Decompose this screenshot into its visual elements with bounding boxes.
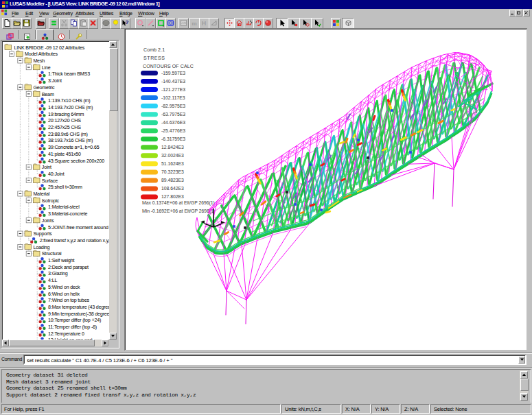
svg-text:108.642E3: 108.642E3 bbox=[161, 186, 184, 191]
svg-text:Model Attributes: Model Attributes bbox=[25, 51, 58, 57]
svg-text:1:139.7x10 CHS (m): 1:139.7x10 CHS (m) bbox=[48, 98, 90, 104]
svg-text:14:193.7x20 CHS (m): 14:193.7x20 CHS (m) bbox=[48, 105, 93, 110]
svg-text:-121.277E3: -121.277E3 bbox=[161, 87, 185, 92]
svg-text:2:fixed transf x,y,z and rotat: 2:fixed transf x,y,z and rotation x,y,z bbox=[40, 238, 109, 244]
svg-text:-159.597E3: -159.597E3 bbox=[161, 71, 185, 75]
svg-text:-44.6376E3: -44.6376E3 bbox=[161, 120, 185, 125]
svg-text:127.802E3: 127.802E3 bbox=[161, 194, 184, 199]
svg-text:1:Material-steel: 1:Material-steel bbox=[48, 204, 80, 210]
svg-text:6:Wind on helix: 6:Wind on helix bbox=[48, 292, 80, 297]
svg-text:1:Self weight: 1:Self weight bbox=[48, 258, 74, 263]
svg-text:43:Square section 200x200: 43:Square section 200x200 bbox=[48, 158, 104, 164]
svg-text:9:Min temperature(-38 degree): 9:Min temperature(-38 degree) bbox=[48, 311, 109, 317]
svg-text:3:Glazing: 3:Glazing bbox=[48, 271, 68, 276]
svg-text:19:bracing 64mm: 19:bracing 64mm bbox=[48, 112, 84, 117]
svg-text:10:Temper differ (top +24): 10:Temper differ (top +24) bbox=[48, 318, 101, 323]
svg-text:11:Temper differ (top -6): 11:Temper differ (top -6) bbox=[48, 324, 97, 330]
svg-text:4:LL: 4:LL bbox=[48, 278, 57, 283]
svg-text:Supports: Supports bbox=[33, 231, 52, 237]
svg-text:LINK BRIDGE -09 12 02 Attribut: LINK BRIDGE -09 12 02 Attributes bbox=[14, 45, 85, 51]
svg-text:41:plate 451x50: 41:plate 451x50 bbox=[48, 152, 81, 157]
svg-text:CONTOURS OF CALC: CONTOURS OF CALC bbox=[143, 64, 194, 69]
svg-text:Min -0.1692E+06 at Elt/GP 2698: Min -0.1692E+06 at Elt/GP 2698(1) bbox=[142, 209, 215, 214]
svg-text:-63.7975E3: -63.7975E3 bbox=[161, 112, 185, 117]
svg-text:7:Wind on top tubes: 7:Wind on top tubes bbox=[48, 298, 89, 303]
svg-text:?: ? bbox=[126, 19, 129, 25]
svg-text:3:Joint: 3:Joint bbox=[48, 78, 62, 84]
svg-text:STRESS: STRESS bbox=[143, 56, 165, 60]
svg-text:5:JOINT-free moment around y: 5:JOINT-free moment around y bbox=[48, 225, 109, 230]
svg-text:Comb 2.1: Comb 2.1 bbox=[143, 47, 165, 52]
svg-text:32.0024E3: 32.0024E3 bbox=[161, 153, 184, 158]
svg-text:Joint: Joint bbox=[42, 165, 51, 170]
svg-text:Mesh: Mesh bbox=[33, 58, 45, 64]
svg-text:8:Max temperature (43 degree): 8:Max temperature (43 degree) bbox=[48, 305, 109, 310]
svg-text:5:Wind on deck: 5:Wind on deck bbox=[48, 285, 80, 290]
svg-text:-140.437E3: -140.437E3 bbox=[161, 79, 185, 84]
svg-text:12:Temperature 0: 12:Temperature 0 bbox=[48, 331, 84, 337]
svg-text:H: H bbox=[202, 20, 207, 27]
svg-text:Max 0.1374E+06 at Elt/GP 2696(: Max 0.1374E+06 at Elt/GP 2696(1) bbox=[142, 200, 215, 206]
svg-text:Line: Line bbox=[42, 65, 51, 71]
svg-text:25:shell t=30mm: 25:shell t=30mm bbox=[48, 185, 82, 190]
svg-text:Material: Material bbox=[33, 191, 49, 197]
svg-text:Geometric: Geometric bbox=[33, 85, 55, 91]
svg-text:12.8424E3: 12.8424E3 bbox=[161, 145, 184, 150]
svg-text:23:88.9x6 CHS (m): 23:88.9x6 CHS (m) bbox=[48, 132, 88, 137]
svg-text:89.4823E3: 89.4823E3 bbox=[161, 178, 184, 182]
svg-text:40:Joint: 40:Joint bbox=[48, 171, 65, 177]
svg-text:2:Deck and parapet: 2:Deck and parapet bbox=[48, 265, 89, 270]
svg-text:51.1624E3: 51.1624E3 bbox=[161, 161, 184, 166]
svg-text:39:Concrete a=1, b=0.65: 39:Concrete a=1, b=0.65 bbox=[48, 145, 100, 150]
svg-text:Surface: Surface bbox=[42, 178, 58, 184]
svg-text:3:Material-concrete: 3:Material-concrete bbox=[48, 211, 88, 217]
svg-text:-82.9575E3: -82.9575E3 bbox=[161, 104, 185, 108]
svg-text:Loading: Loading bbox=[33, 245, 49, 250]
svg-text:22:457x25 CHS: 22:457x25 CHS bbox=[48, 125, 81, 130]
svg-text:Isotropic: Isotropic bbox=[42, 198, 60, 204]
svg-text:20:127x20 CHS: 20:127x20 CHS bbox=[48, 118, 81, 123]
svg-text:Structural: Structural bbox=[42, 251, 62, 257]
svg-text:1:Thick beam BMS3: 1:Thick beam BMS3 bbox=[48, 71, 90, 77]
svg-text:Joints: Joints bbox=[42, 218, 54, 224]
svg-text:-102.117E3: -102.117E3 bbox=[161, 95, 185, 100]
svg-text:Beam: Beam bbox=[42, 92, 54, 97]
svg-text:70.3223E3: 70.3223E3 bbox=[161, 169, 184, 174]
svg-text:-6.31759E3: -6.31759E3 bbox=[161, 137, 185, 141]
svg-text:38:193.7x16 CHS (m): 38:193.7x16 CHS (m) bbox=[48, 138, 93, 143]
svg-text:m: m bbox=[192, 20, 197, 27]
svg-text:-25.4776E3: -25.4776E3 bbox=[161, 128, 185, 133]
